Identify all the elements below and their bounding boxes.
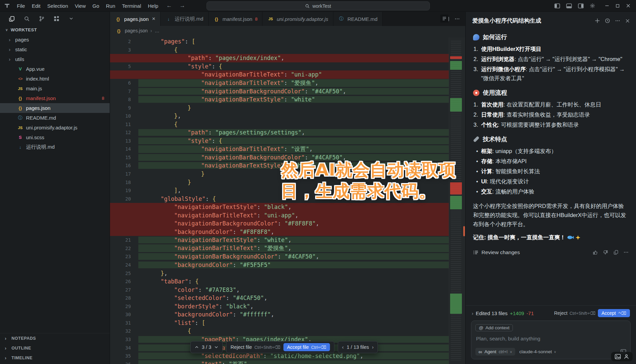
more-icon[interactable]	[624, 250, 629, 255]
code-line[interactable]: "navigationBarTextStyle": "black",	[110, 203, 449, 211]
add-context-button[interactable]: @ Add context	[475, 324, 513, 331]
tab-README.md[interactable]: ⓘREADME.md	[333, 12, 383, 26]
code-line[interactable]: 27"color": "#7A7E83",	[110, 285, 449, 294]
minimize-icon[interactable]	[605, 3, 609, 8]
menu-terminal[interactable]: Terminal	[119, 3, 145, 9]
code-line[interactable]: 26"tabBar": {	[110, 277, 449, 286]
tab-manifest.json[interactable]: {}manifest.json8	[209, 12, 263, 26]
code-line[interactable]: 6"navigationBarTitleText": "爱摸鱼",	[110, 79, 449, 87]
tree-item-运行说明.md[interactable]: ↓运行说明.md	[0, 142, 110, 152]
code-line[interactable]: "path": "pages/index/index",	[110, 54, 449, 62]
code-line[interactable]: 32{	[110, 327, 449, 335]
thumbs-down-icon[interactable]	[603, 250, 608, 255]
more-icon[interactable]	[454, 16, 460, 22]
menu-go[interactable]: Go	[89, 3, 103, 9]
code-line[interactable]: 7"navigationBarBackgroundColor": "#4CAF5…	[110, 87, 449, 95]
code-line[interactable]: 28"selectedColor": "#4CAF50",	[110, 294, 449, 302]
back-arrow-icon[interactable]: ←	[164, 2, 175, 9]
agent-selector[interactable]: ∞ Agent ctrl+I ∨	[475, 348, 515, 356]
code-line[interactable]: "navigationBarBackgroundColor": "#F8F8F8…	[110, 219, 449, 228]
copy-icon[interactable]	[613, 250, 618, 255]
tree-item-uni.scss[interactable]: Suni.scss	[0, 132, 110, 142]
accept-file-button[interactable]: Accept fileCtrl+⌫	[283, 343, 330, 351]
code-line[interactable]: 9}	[110, 103, 449, 112]
code-line[interactable]: 11{	[110, 120, 449, 128]
tree-item-pages.json[interactable]: {}pages.json	[0, 103, 110, 113]
source-control-icon[interactable]	[39, 16, 45, 22]
tree-item-pages[interactable]: ›pages	[0, 35, 110, 44]
search-icon[interactable]	[24, 16, 30, 22]
prev-diff-icon[interactable]	[195, 345, 199, 349]
tab-pages.json[interactable]: {}pages.json×	[110, 12, 161, 26]
layout-panel-icon[interactable]	[566, 3, 572, 8]
layout-sidebar-icon[interactable]	[554, 3, 560, 8]
code-line[interactable]: 12"path": "pages/settings/settings",	[110, 128, 449, 137]
thumbs-up-icon[interactable]	[592, 250, 598, 255]
code-line[interactable]: 36"text": "首页"	[110, 360, 449, 364]
section-outline[interactable]: ›OUTLINE	[0, 343, 110, 353]
tree-item-index.html[interactable]: <>index.html	[0, 74, 110, 84]
section-timeline[interactable]: ›TIMELINE	[0, 353, 110, 363]
code-line[interactable]: 24"backgroundColor": "#F5F5F5"	[110, 261, 449, 269]
tree-item-README.md[interactable]: ⓘREADME.md	[0, 113, 110, 123]
menu-view[interactable]: View	[72, 3, 89, 9]
review-changes[interactable]: Review changes	[473, 249, 629, 255]
code-line[interactable]: 30"backgroundColor": "#ffffff",	[110, 310, 449, 319]
code-line[interactable]: 3{	[110, 46, 449, 54]
global-search[interactable]: workTest	[206, 1, 430, 10]
model-selector[interactable]: claude-4-sonnet ∨	[519, 349, 556, 354]
close-icon[interactable]	[625, 19, 630, 23]
next-diff-icon[interactable]	[214, 345, 218, 349]
section-notepads[interactable]: ›NOTEPADS	[0, 333, 110, 343]
menu-edit[interactable]: Edit	[28, 3, 44, 9]
tree-item-manifest.json[interactable]: {}manifest.json8	[0, 93, 110, 103]
more-icon[interactable]	[615, 18, 620, 23]
code-line[interactable]: "backgroundColor": "#F8F8F8",	[110, 228, 449, 236]
add-icon[interactable]	[595, 18, 600, 23]
code-line[interactable]: 5"style": {	[110, 62, 449, 71]
history-icon[interactable]	[605, 18, 610, 23]
close-icon[interactable]: ×	[152, 16, 156, 22]
forward-arrow-icon[interactable]: →	[177, 2, 188, 9]
prev-file-icon[interactable]: ‹	[342, 344, 344, 350]
explorer-icon[interactable]	[9, 16, 15, 22]
code-line[interactable]: 31"list": [	[110, 319, 449, 327]
code-line[interactable]: "navigationBarTitleText": "uni-app"	[110, 70, 449, 79]
code-line[interactable]: "navigationBarTitleText": "uni-app",	[110, 211, 449, 219]
code-line[interactable]: 14"navigationBarTitleText": "设置",	[110, 145, 449, 153]
gear-icon[interactable]	[590, 3, 595, 8]
code-line[interactable]: 10},	[110, 112, 449, 120]
tree-item-uni.promisify.adaptor.js[interactable]: JSuni.promisify.adaptor.js	[0, 123, 110, 132]
code-line[interactable]: 22"navigationBarTitleText": "爱摸鱼",	[110, 244, 449, 253]
code-line[interactable]: 25},	[110, 269, 449, 277]
code-line[interactable]: 23"navigationBarBackgroundColor": "#4CAF…	[110, 252, 449, 261]
expand-icon[interactable]: ›	[472, 310, 473, 316]
workspace-header[interactable]: ∨ WORKTEST	[0, 25, 110, 34]
next-file-icon[interactable]: ›	[372, 344, 374, 350]
app-logo-icon[interactable]	[4, 3, 10, 9]
extensions-icon[interactable]	[54, 16, 59, 22]
close-icon[interactable]	[626, 3, 631, 8]
chat-input[interactable]: @ Add context Plan, search, build anythi…	[471, 321, 631, 359]
chevron-down-icon[interactable]	[68, 16, 74, 22]
menu-file[interactable]: File	[13, 3, 28, 9]
menu-run[interactable]: Run	[103, 3, 119, 9]
code-line[interactable]: 8"navigationBarTextStyle": "white"	[110, 95, 449, 104]
tree-item-App.vue[interactable]: VApp.vue	[0, 64, 110, 74]
editor-widget-icon[interactable]	[440, 14, 448, 23]
breadcrumb[interactable]: {} pages.json › …	[110, 26, 465, 35]
code-line[interactable]: 21"navigationBarTextStyle": "white",	[110, 236, 449, 244]
menu-selection[interactable]: Selection	[44, 3, 72, 9]
reject-all-button[interactable]: RejectCtrl+Shift+⌫	[554, 310, 595, 316]
tree-item-main.js[interactable]: JSmain.js	[0, 84, 110, 93]
code-line[interactable]: 2"pages": [	[110, 37, 449, 46]
code-line[interactable]: 29"borderStyle": "black",	[110, 302, 449, 311]
tree-item-static[interactable]: ›static	[0, 44, 110, 54]
reject-file-button[interactable]: Reject fileCtrl+Shift+⌫	[230, 344, 280, 350]
tab-uni.promisify.adaptor.js[interactable]: JSuni.promisify.adaptor.js	[262, 12, 333, 26]
tab-运行说明.md[interactable]: ↓运行说明.md	[161, 12, 209, 26]
tree-item-utils[interactable]: ›utils	[0, 54, 110, 64]
menu-help[interactable]: Help	[144, 3, 162, 9]
code-line[interactable]: 13"style": {	[110, 137, 449, 145]
accept-all-button[interactable]: Accept^⌫	[598, 309, 630, 317]
